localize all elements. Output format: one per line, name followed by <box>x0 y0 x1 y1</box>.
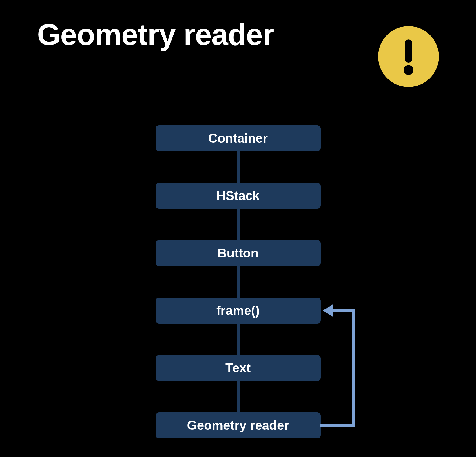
svg-point-2 <box>404 65 413 75</box>
node-label: Geometry reader <box>187 418 289 433</box>
tree-connector <box>237 209 240 240</box>
node-label: frame() <box>216 303 260 318</box>
diagram-node: Geometry reader <box>156 412 321 438</box>
node-label: Text <box>225 361 251 375</box>
loop-arrow-segment <box>333 309 355 312</box>
tree-connector <box>237 266 240 298</box>
node-label: HStack <box>216 188 260 203</box>
loop-arrow-head-icon <box>323 304 333 317</box>
warning-icon <box>378 26 439 87</box>
diagram-node: Button <box>156 240 321 266</box>
diagram-node: Container <box>156 125 321 151</box>
loop-arrow-segment <box>352 309 355 427</box>
slide-title: Geometry reader <box>37 17 274 52</box>
diagram-node: Text <box>156 355 321 381</box>
diagram-node: HStack <box>156 183 321 209</box>
tree-connector <box>237 324 240 355</box>
tree-connector <box>237 381 240 412</box>
svg-rect-1 <box>405 39 412 63</box>
diagram-node: frame() <box>156 298 321 324</box>
node-label: Container <box>208 131 268 146</box>
node-label: Button <box>218 246 259 260</box>
loop-arrow-segment <box>320 424 355 427</box>
tree-connector <box>237 151 240 183</box>
